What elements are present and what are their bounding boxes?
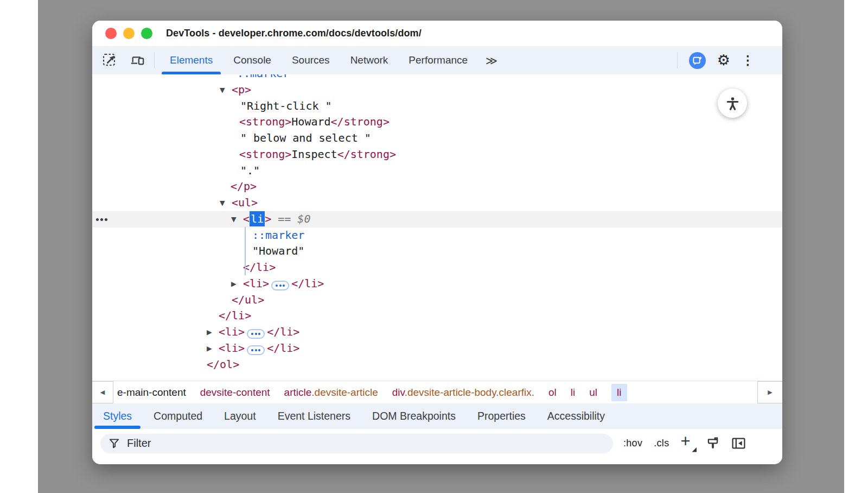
tree-segment-tag: </li> bbox=[219, 309, 251, 322]
accessibility-widget-button[interactable] bbox=[718, 89, 747, 118]
dom-tree-row[interactable]: "Howard" bbox=[92, 243, 782, 260]
dom-tree-row[interactable]: </ul> bbox=[92, 292, 782, 308]
dom-tree-row[interactable]: ▼<ul> bbox=[92, 195, 782, 211]
dom-tree-row[interactable]: </li> bbox=[92, 308, 782, 324]
dom-tree-row-selected[interactable]: ▼<li> == $0 bbox=[92, 211, 782, 227]
dom-tree-row[interactable]: ::marker bbox=[92, 227, 782, 244]
toolbar-right-divider bbox=[677, 52, 678, 68]
tree-segment-text: Inspect bbox=[291, 148, 337, 161]
zoom-window-button[interactable] bbox=[141, 28, 152, 39]
dom-tree-row[interactable]: " below and select " bbox=[92, 130, 782, 147]
dom-tree: ::marker▼<p>"Right-click "<strong>Howard… bbox=[92, 74, 782, 372]
sidebar-tab-layout[interactable]: Layout bbox=[213, 403, 267, 429]
dom-tree-row[interactable]: ▼<p> bbox=[92, 82, 782, 98]
sidebar-tab-accessibility[interactable]: Accessibility bbox=[537, 403, 616, 429]
tree-segment-tag: </p> bbox=[231, 180, 257, 193]
toggle-device-toolbar-icon[interactable] bbox=[131, 53, 145, 67]
collapsed-children-ellipsis-button[interactable] bbox=[247, 345, 265, 355]
tree-segment-tag: </ul> bbox=[232, 293, 264, 306]
sidebar-tab-properties[interactable]: Properties bbox=[467, 403, 537, 429]
expand-arrow-icon[interactable]: ▶ bbox=[231, 276, 243, 292]
breadcrumb-bar: ◀ e-main-contentdevsite-contentarticle.d… bbox=[92, 381, 782, 403]
dom-tree-row[interactable]: "Right-click " bbox=[92, 98, 782, 115]
collapse-arrow-icon[interactable]: ▼ bbox=[220, 82, 232, 98]
sidebar-tab-computed[interactable]: Computed bbox=[143, 403, 213, 429]
collapse-arrow-icon[interactable]: ▼ bbox=[231, 211, 243, 227]
collapsed-children-ellipsis-button[interactable] bbox=[271, 281, 289, 290]
dom-tree-row[interactable]: ▶<li></li> bbox=[92, 276, 782, 292]
filter-input[interactable]: Filter bbox=[100, 434, 613, 453]
collapse-arrow-icon[interactable]: ▼ bbox=[220, 195, 232, 211]
panel-tabs: ElementsConsoleSourcesNetworkPerformance bbox=[159, 46, 478, 74]
dom-tree-row[interactable]: </li> bbox=[92, 260, 782, 276]
dom-tree-row[interactable]: <strong>Inspect</strong> bbox=[92, 147, 782, 163]
toggle-sidebar-icon[interactable] bbox=[731, 437, 746, 450]
tab-network[interactable]: Network bbox=[340, 46, 399, 74]
tab-console[interactable]: Console bbox=[223, 46, 282, 74]
sidebar-tab-label: Layout bbox=[224, 410, 256, 422]
tree-segment-text: "Howard" bbox=[252, 244, 304, 257]
tree-segment-tag: <ul> bbox=[232, 196, 258, 209]
breadcrumb-part: li bbox=[617, 387, 621, 398]
tree-segment-tag: < bbox=[243, 212, 250, 225]
dom-tree-row[interactable]: <strong>Howard</strong> bbox=[92, 114, 782, 130]
breadcrumb-part: .devsite-article bbox=[311, 387, 378, 398]
tree-segment-tag: </li> bbox=[267, 342, 299, 355]
breadcrumb-item-e-main-content[interactable]: e-main-content bbox=[117, 387, 186, 399]
tab-sources[interactable]: Sources bbox=[282, 46, 340, 74]
dropdown-caret-icon bbox=[692, 447, 697, 452]
inspect-element-icon[interactable] bbox=[103, 53, 117, 67]
breadcrumb-item-ul[interactable]: ul bbox=[589, 387, 597, 399]
dom-tree-row[interactable]: ▶<li></li> bbox=[92, 340, 782, 357]
toolbar-divider bbox=[154, 52, 155, 68]
sidebar-tab-event-listeners[interactable]: Event Listeners bbox=[267, 403, 361, 429]
settings-icon[interactable]: ⚙ bbox=[717, 53, 730, 68]
sidebar-tab-label: Accessibility bbox=[547, 410, 605, 422]
tree-segment-dollar: $0 bbox=[297, 212, 310, 225]
collapsed-children-ellipsis-button[interactable] bbox=[247, 329, 265, 339]
devtools-toolbar: ElementsConsoleSourcesNetworkPerformance… bbox=[92, 46, 782, 74]
breadcrumb-item-li[interactable]: li bbox=[571, 387, 575, 399]
sidebar-tab-styles[interactable]: Styles bbox=[92, 403, 143, 429]
expand-arrow-icon[interactable]: ▶ bbox=[207, 340, 219, 357]
breadcrumb-item-devsite-content[interactable]: devsite-content bbox=[200, 387, 270, 399]
tree-segment-text: " below and select " bbox=[240, 131, 371, 144]
toggle-element-classes-cls[interactable]: .cls bbox=[654, 438, 669, 449]
expand-arrow-icon[interactable]: ▶ bbox=[207, 324, 219, 340]
close-window-button[interactable] bbox=[105, 28, 117, 39]
breadcrumb-item-article[interactable]: article.devsite-article bbox=[284, 387, 378, 399]
tab-performance[interactable]: Performance bbox=[398, 46, 478, 74]
breadcrumb-scroll-left-button[interactable]: ◀ bbox=[92, 381, 113, 403]
sidebar-tab-dom-breakpoints[interactable]: DOM Breakpoints bbox=[361, 403, 467, 429]
tree-segment-tag: </strong> bbox=[331, 115, 390, 128]
dom-tree-row[interactable]: ::marker bbox=[92, 74, 782, 82]
dom-tree-row[interactable]: </p> bbox=[92, 179, 782, 195]
sidebar-pane-tabs: StylesComputedLayoutEvent ListenersDOM B… bbox=[92, 403, 782, 429]
breadcrumb-item-div[interactable]: div.devsite-article-body.clearfix. bbox=[392, 387, 534, 399]
window-title: DevTools - developer.chrome.com/docs/dev… bbox=[166, 28, 422, 39]
tree-segment-text: "Right-click " bbox=[240, 99, 332, 112]
dom-tree-row[interactable]: "." bbox=[92, 163, 782, 179]
tree-segment-tag: </li> bbox=[291, 277, 324, 290]
breadcrumb-part: e-main-content bbox=[117, 387, 186, 398]
ai-assistant-icon[interactable] bbox=[689, 52, 706, 69]
tree-segment-tag: <p> bbox=[232, 83, 251, 96]
styles-filter-bar: Filter :hov .cls + bbox=[92, 429, 782, 464]
breadcrumb-part: div bbox=[392, 387, 405, 398]
breadcrumb-item-ol[interactable]: ol bbox=[548, 387, 557, 399]
tab-elements[interactable]: Elements bbox=[159, 46, 223, 74]
tab-label: Console bbox=[233, 54, 271, 66]
row-more-actions-dots[interactable] bbox=[96, 218, 107, 221]
minimize-window-button[interactable] bbox=[123, 28, 135, 39]
dom-tree-row[interactable]: </ol> bbox=[92, 357, 782, 373]
breadcrumb-item-selected-li[interactable]: li bbox=[611, 384, 627, 401]
dom-tree-row[interactable]: ▶<li></li> bbox=[92, 324, 782, 340]
new-style-rule-icon[interactable]: + bbox=[680, 435, 694, 452]
tree-segment-tag: <strong> bbox=[239, 148, 291, 161]
more-options-icon[interactable]: ⋮ bbox=[742, 54, 754, 67]
breadcrumb-scroll-right-button[interactable]: ▶ bbox=[757, 381, 782, 403]
more-tabs-button[interactable]: ≫ bbox=[486, 55, 497, 66]
toggle-element-state-hov[interactable]: :hov bbox=[623, 438, 642, 449]
window-titlebar: DevTools - developer.chrome.com/docs/dev… bbox=[92, 21, 782, 46]
rendering-brush-icon[interactable] bbox=[706, 437, 720, 451]
